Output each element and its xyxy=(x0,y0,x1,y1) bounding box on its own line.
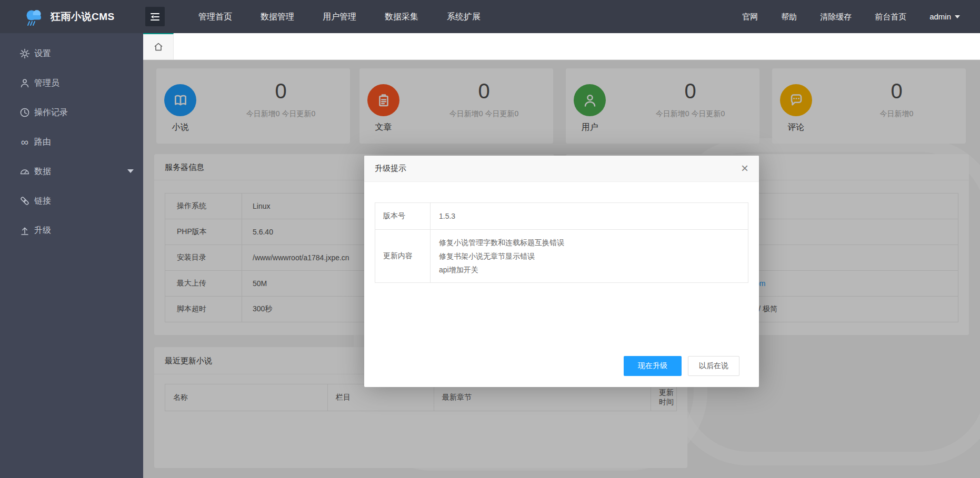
sidebar-item-label: 链接 xyxy=(34,196,51,207)
gear-icon xyxy=(19,48,30,59)
nav-item-users[interactable]: 用户管理 xyxy=(308,0,371,33)
nav-item-clear-cache[interactable]: 清除缓存 xyxy=(808,0,863,33)
changelog-line: 修复小说管理字数和连载标题互换错误 xyxy=(439,236,739,249)
nav-item-extend[interactable]: 系统扩展 xyxy=(433,0,495,33)
tab-bar xyxy=(143,33,980,60)
upgrade-now-button[interactable]: 现在升级 xyxy=(624,356,682,376)
nav-item-frontend[interactable]: 前台首页 xyxy=(863,0,918,33)
main-nav: 管理首页 数据管理 用户管理 数据采集 系统扩展 xyxy=(184,0,495,33)
dashboard-content: 小说 0 今日新增0 今日更新0 文章 0 今日新增0 今日更新0 xyxy=(143,59,980,478)
table-row: 版本号 1.5.3 xyxy=(375,203,748,230)
sidebar-item-operation-log[interactable]: 操作记录 xyxy=(0,98,143,127)
upgrade-icon xyxy=(19,225,30,236)
table-row: 更新内容 修复小说管理字数和连载标题互换错误 修复书架小说无章节显示错误 api… xyxy=(375,230,748,283)
changelog-line: 修复书架小说无章节显示错误 xyxy=(439,249,739,263)
link-icon xyxy=(19,196,30,206)
sidebar-item-label: 数据 xyxy=(34,166,51,177)
sidebar-item-label: 升级 xyxy=(34,225,51,236)
row-label: 版本号 xyxy=(375,203,431,230)
nav-item-help[interactable]: 帮助 xyxy=(769,0,808,33)
sidebar-item-links[interactable]: 链接 xyxy=(0,186,143,216)
tab-home[interactable] xyxy=(143,33,174,59)
sidebar-item-routes[interactable]: ∞ 路由 xyxy=(0,127,143,157)
chevron-down-icon xyxy=(955,15,960,18)
sidebar-item-label: 路由 xyxy=(34,137,51,148)
sidebar-item-data[interactable]: 数据 xyxy=(0,157,143,186)
user-menu[interactable]: admin xyxy=(918,0,965,33)
sidebar-item-upgrade[interactable]: 升级 xyxy=(0,216,143,245)
sidebar-item-settings[interactable]: 设置 xyxy=(0,39,143,68)
main-area: 小说 0 今日新增0 今日更新0 文章 0 今日新增0 今日更新0 xyxy=(143,33,980,478)
sidebar-item-label: 操作记录 xyxy=(34,107,68,118)
user-icon xyxy=(19,78,30,88)
upgrade-modal: 升级提示 × 版本号 1.5.3 更新内容 修复小说管理字数和连载标题互换错误 … xyxy=(364,156,759,387)
upgrade-info-table: 版本号 1.5.3 更新内容 修复小说管理字数和连载标题互换错误 修复书架小说无… xyxy=(375,202,748,283)
top-navbar: 狂雨小说CMS 管理首页 数据管理 用户管理 数据采集 系统扩展 官网 帮助 清… xyxy=(0,0,980,33)
nav-item-official-site[interactable]: 官网 xyxy=(731,0,769,33)
collapse-menu-icon xyxy=(150,13,160,21)
modal-title: 升级提示 xyxy=(375,164,406,174)
sidebar: 设置 管理员 操作记录 ∞ 路由 数据 xyxy=(0,33,143,478)
sidebar-collapse-button[interactable] xyxy=(145,7,165,26)
app-title: 狂雨小说CMS xyxy=(51,10,115,24)
cloud-rain-logo-icon xyxy=(23,5,46,28)
modal-buttons: 现在升级 以后在说 xyxy=(624,356,739,376)
modal-header: 升级提示 × xyxy=(364,156,759,182)
gauge-icon xyxy=(19,166,30,177)
close-icon[interactable]: × xyxy=(739,161,751,176)
history-icon xyxy=(19,107,30,118)
sidebar-item-label: 设置 xyxy=(34,48,51,59)
row-value: 1.5.3 xyxy=(431,203,748,230)
changelog-line: api增加开关 xyxy=(439,263,739,277)
username: admin xyxy=(929,12,951,21)
sidebar-item-label: 管理员 xyxy=(34,78,59,89)
row-label: 更新内容 xyxy=(375,230,431,283)
submenu-caret-icon xyxy=(127,169,134,173)
route-icon: ∞ xyxy=(19,137,30,147)
sidebar-item-admins[interactable]: 管理员 xyxy=(0,68,143,98)
app-logo: 狂雨小说CMS xyxy=(0,0,143,33)
top-right-nav: 官网 帮助 清除缓存 前台首页 admin xyxy=(731,0,965,33)
row-value: 修复小说管理字数和连载标题互换错误 修复书架小说无章节显示错误 api增加开关 xyxy=(431,230,748,283)
nav-item-collect[interactable]: 数据采集 xyxy=(371,0,433,33)
home-icon xyxy=(153,42,164,52)
nav-item-data[interactable]: 数据管理 xyxy=(246,0,308,33)
later-button[interactable]: 以后在说 xyxy=(688,356,739,376)
nav-item-home[interactable]: 管理首页 xyxy=(184,0,246,33)
